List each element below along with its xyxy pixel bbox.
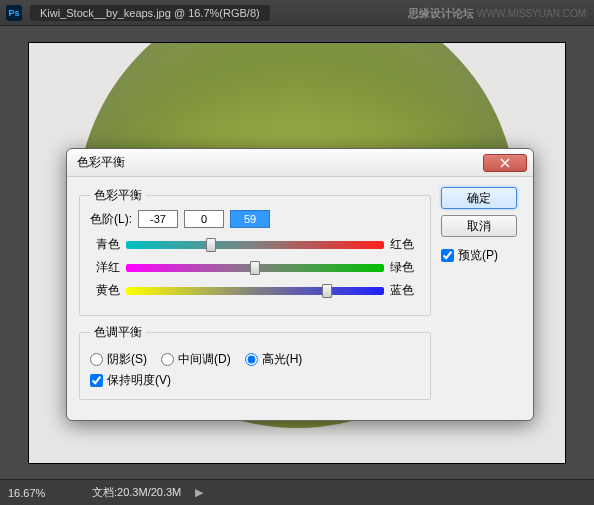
radio-highlights[interactable]: 高光(H) [245,351,303,368]
tone-balance-legend: 色调平衡 [90,324,146,341]
status-bar: 16.67% 文档:20.3M/20.3M ▶ [0,479,594,505]
close-button[interactable] [483,154,527,172]
label-green: 绿色 [390,259,420,276]
slider-thumb-3[interactable] [322,284,332,298]
doc-size: 文档:20.3M/20.3M [92,485,181,500]
level-input-b[interactable]: 0 [184,210,224,228]
cancel-button[interactable]: 取消 [441,215,517,237]
slider-track-3[interactable] [126,287,384,295]
label-red: 红色 [390,236,420,253]
label-yellow: 黄色 [90,282,120,299]
color-balance-legend: 色彩平衡 [90,187,146,204]
slider-magenta-green: 洋红 绿色 [90,259,420,276]
app-titlebar: Ps Kiwi_Stock__by_keaps.jpg @ 16.7%(RGB/… [0,0,594,26]
close-icon [500,158,510,168]
play-icon[interactable]: ▶ [195,486,203,499]
slider-thumb-1[interactable] [206,238,216,252]
level-row: 色阶(L): -37 0 59 [90,210,420,228]
watermark: 思缘设计论坛 WWW.MISSYUAN.COM [408,6,586,21]
level-input-c[interactable]: 59 [230,210,270,228]
photoshop-icon: Ps [6,5,22,21]
slider-track-2[interactable] [126,264,384,272]
document-tab[interactable]: Kiwi_Stock__by_keaps.jpg @ 16.7%(RGB/8) [30,5,270,21]
slider-yellow-blue: 黄色 蓝色 [90,282,420,299]
level-label: 色阶(L): [90,211,132,228]
slider-thumb-2[interactable] [250,261,260,275]
label-magenta: 洋红 [90,259,120,276]
slider-cyan-red: 青色 红色 [90,236,420,253]
color-balance-group: 色彩平衡 色阶(L): -37 0 59 青色 红色 洋红 绿色 [79,187,431,316]
level-input-a[interactable]: -37 [138,210,178,228]
zoom-level[interactable]: 16.67% [8,487,78,499]
label-blue: 蓝色 [390,282,420,299]
dialog-title: 色彩平衡 [77,154,483,171]
radio-shadows[interactable]: 阴影(S) [90,351,147,368]
checkbox-preview[interactable]: 预览(P) [441,247,521,264]
tone-balance-group: 色调平衡 阴影(S) 中间调(D) 高光(H) 保持明度(V) [79,324,431,400]
color-balance-dialog: 色彩平衡 色彩平衡 色阶(L): -37 0 59 青色 红色 [66,148,534,421]
slider-track-1[interactable] [126,241,384,249]
checkbox-preserve-luminosity[interactable]: 保持明度(V) [90,372,420,389]
radio-midtones[interactable]: 中间调(D) [161,351,231,368]
label-cyan: 青色 [90,236,120,253]
dialog-titlebar[interactable]: 色彩平衡 [67,149,533,177]
ok-button[interactable]: 确定 [441,187,517,209]
